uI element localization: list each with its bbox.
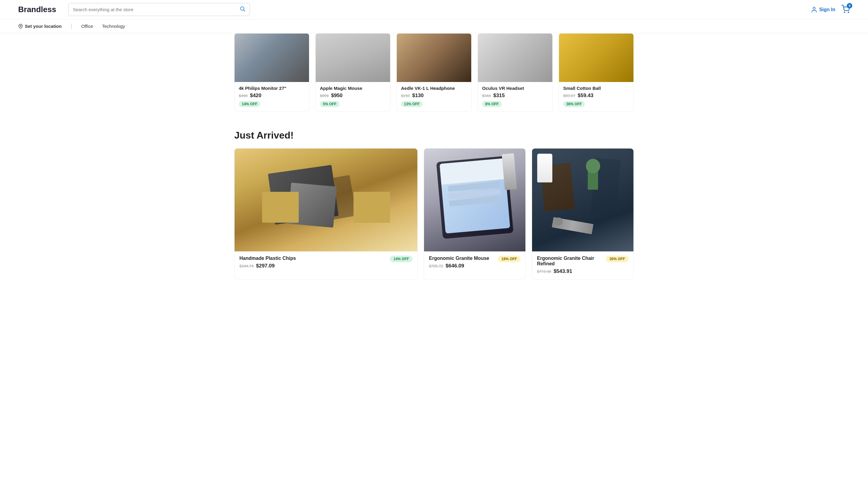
price-row: $93.07 $59.43: [563, 93, 629, 99]
product-info-vr: Oculus VR Headset $344 $315 8% OFF: [478, 82, 552, 111]
price-original: $93.07: [563, 94, 575, 98]
arrived-discount-badge: 30% OFF: [606, 256, 629, 262]
main-content: 4k Philips Monitor 27" $490 $420 14% OFF…: [222, 33, 646, 292]
arrived-prices: $772.08 $543.91: [537, 268, 606, 275]
arrived-info-ergo-chair: Ergonomic Granite Chair Refined $772.08 …: [532, 251, 633, 279]
just-arrived-grid: Handmade Plastic Chips $344.74 $297.09 1…: [234, 148, 634, 292]
svg-line-1: [243, 10, 245, 11]
product-name: Aedle VK-1 L Headphone: [401, 86, 467, 91]
just-arrived-title: Just Arrived!: [234, 130, 634, 141]
product-image-mouse: [316, 34, 390, 82]
sign-in-label: Sign In: [819, 7, 835, 12]
arrived-discount-badge: 18% OFF: [498, 256, 521, 262]
arrived-discount-badge: 14% OFF: [390, 256, 412, 262]
price-current: $646.09: [445, 263, 464, 269]
discount-badge: 5% OFF: [320, 101, 340, 107]
price-current: $315: [493, 93, 505, 99]
price-original: $490: [239, 94, 248, 98]
price-original: $772.08: [537, 269, 551, 274]
svg-point-5: [20, 25, 21, 26]
product-card-monitor[interactable]: 4k Philips Monitor 27" $490 $420 14% OFF: [234, 33, 309, 111]
arrived-image-ergo-mouse: [424, 149, 525, 251]
product-info-cotton: Small Cotton Ball $93.07 $59.43 36% OFF: [559, 82, 633, 111]
svg-point-4: [848, 12, 849, 12]
location-button[interactable]: Set your location: [18, 24, 62, 29]
price-row: $344 $315: [482, 93, 548, 99]
sign-in-button[interactable]: Sign In: [811, 6, 835, 13]
arrived-prices: $785.72 $646.09: [429, 263, 489, 269]
price-original: $785.72: [429, 264, 443, 268]
search-bar: [68, 3, 250, 16]
arrived-name: Ergonomic Granite Mouse: [429, 256, 489, 261]
price-current: $297.09: [256, 263, 275, 269]
cart-button[interactable]: 9: [841, 5, 850, 14]
discount-badge: 14% OFF: [239, 101, 260, 107]
arrived-card-ergo-chair[interactable]: Ergonomic Granite Chair Refined $772.08 …: [532, 148, 634, 280]
nav-bar: Set your location | Office Technology: [0, 19, 868, 33]
product-info-monitor: 4k Philips Monitor 27" $490 $420 14% OFF: [235, 82, 309, 111]
product-name: 4k Philips Monitor 27": [239, 86, 305, 91]
price-original: $344: [482, 94, 491, 98]
price-current: $420: [250, 93, 261, 99]
product-image-headphone: [397, 34, 471, 82]
search-input[interactable]: [73, 7, 239, 12]
arrived-card-chips[interactable]: Handmade Plastic Chips $344.74 $297.09 1…: [234, 148, 417, 280]
header: Brandless Sign In 9: [0, 0, 868, 19]
price-original: $344.74: [239, 264, 254, 268]
arrived-info-chips: Handmade Plastic Chips $344.74 $297.09 1…: [235, 251, 417, 274]
arrived-info-ergo-mouse: Ergonomic Granite Mouse $785.72 $646.09 …: [424, 251, 525, 274]
price-row: $150 $130: [401, 93, 467, 99]
price-row: $999 $950: [320, 93, 386, 99]
search-icon[interactable]: [239, 6, 245, 13]
arrived-card-ergo-mouse[interactable]: Ergonomic Granite Mouse $785.72 $646.09 …: [424, 148, 526, 280]
discount-badge: 36% OFF: [563, 101, 585, 107]
location-icon: [18, 24, 23, 29]
cart-badge: 9: [847, 3, 852, 8]
price-original: $999: [320, 94, 329, 98]
product-name: Small Cotton Ball: [563, 86, 629, 91]
svg-point-3: [844, 12, 845, 12]
product-name: Apple Magic Mouse: [320, 86, 386, 91]
nav-link-technology[interactable]: Technology: [102, 24, 125, 29]
product-image-monitor: [235, 34, 309, 82]
arrived-image-ergo-chair: [532, 149, 633, 251]
price-original: $150: [401, 94, 410, 98]
nav-link-office[interactable]: Office: [81, 24, 93, 29]
arrived-image-chips: [235, 149, 417, 251]
discount-badge: 8% OFF: [482, 101, 502, 107]
price-current: $543.91: [554, 268, 572, 275]
top-products-row: 4k Philips Monitor 27" $490 $420 14% OFF…: [234, 33, 634, 118]
header-right: Sign In 9: [811, 5, 850, 14]
product-info-headphone: Aedle VK-1 L Headphone $150 $130 13% OFF: [397, 82, 471, 111]
product-card-vr[interactable]: Oculus VR Headset $344 $315 8% OFF: [477, 33, 553, 111]
price-current: $130: [412, 93, 424, 99]
product-image-vr: [478, 34, 552, 82]
product-info-mouse: Apple Magic Mouse $999 $950 5% OFF: [316, 82, 390, 111]
product-image-cotton: [559, 34, 633, 82]
arrived-prices: $344.74 $297.09: [239, 263, 296, 269]
product-card-cotton[interactable]: Small Cotton Ball $93.07 $59.43 36% OFF: [559, 33, 634, 111]
discount-badge: 13% OFF: [401, 101, 423, 107]
price-current: $59.43: [578, 93, 593, 99]
nav-divider: |: [71, 23, 72, 29]
location-label: Set your location: [25, 24, 62, 29]
arrived-name: Ergonomic Granite Chair Refined: [537, 256, 606, 266]
user-icon: [811, 6, 817, 13]
logo[interactable]: Brandless: [18, 5, 56, 14]
product-card-mouse[interactable]: Apple Magic Mouse $999 $950 5% OFF: [315, 33, 391, 111]
product-card-headphone[interactable]: Aedle VK-1 L Headphone $150 $130 13% OFF: [397, 33, 471, 111]
arrived-name: Handmade Plastic Chips: [239, 256, 296, 261]
price-current: $950: [331, 93, 343, 99]
price-row: $490 $420: [239, 93, 305, 99]
product-name: Oculus VR Headset: [482, 86, 548, 91]
svg-point-2: [813, 7, 815, 9]
